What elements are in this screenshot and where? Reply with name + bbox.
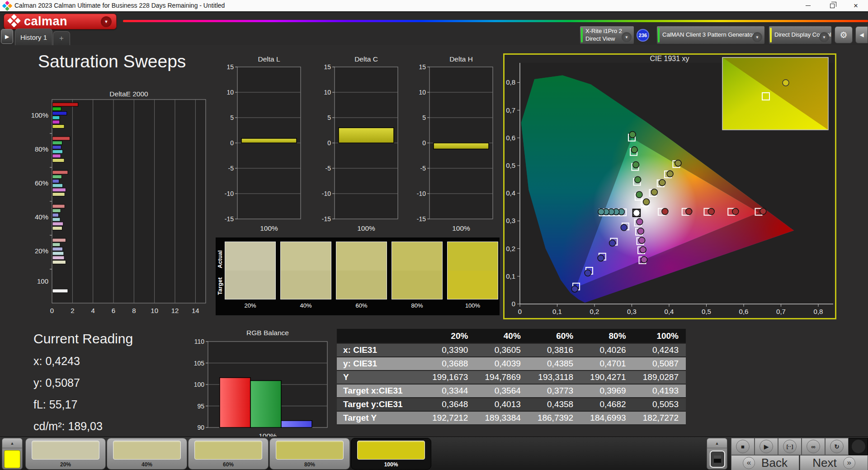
back-label: Back — [761, 456, 788, 470]
swatch-20% — [225, 242, 276, 299]
svg-text:14: 14 — [192, 307, 199, 314]
pattern-window-button[interactable]: [··] — [778, 438, 802, 455]
table-cell: 0,4039 — [475, 357, 528, 370]
svg-text:20%: 20% — [35, 247, 48, 255]
table-header-cell: 80% — [580, 329, 633, 343]
swatch-label: 20% — [225, 302, 276, 309]
swatch-label: 100% — [447, 302, 498, 309]
svg-text:-5: -5 — [326, 165, 331, 172]
cie-1931-chart: CIE 1931 xy00,10,20,30,40,50,60,70,800,1… — [505, 55, 835, 318]
pattern-panel-up-button[interactable]: ▲ — [2, 438, 22, 448]
footer-pattern-swatch — [113, 441, 181, 460]
swatch-60% — [336, 242, 387, 299]
svg-text:0,6: 0,6 — [506, 134, 515, 142]
rainbow-strip — [123, 20, 868, 22]
footer-pattern-label: 40% — [107, 461, 187, 468]
meter-dropdown[interactable]: X-Rite i1Pro 2Direct View ▼ — [580, 26, 634, 44]
table-cell: 193,3118 — [528, 370, 580, 384]
table-row: Y199,1673194,7869193,3118190,4271189,028… — [337, 370, 686, 384]
source-dropdown[interactable]: CalMAN Client 3 Pattern Generator ▼ — [656, 26, 765, 44]
stop-button[interactable]: ■ — [731, 438, 755, 455]
current-pattern-chip[interactable] — [4, 450, 20, 468]
table-row-label: y: CIE31 — [337, 357, 423, 370]
swatch-100% — [447, 242, 498, 299]
swatch-label: 60% — [336, 302, 387, 309]
table-cell: 0,3648 — [423, 398, 475, 411]
svg-text:60%: 60% — [35, 179, 48, 187]
blank-pattern-button[interactable] — [710, 451, 725, 468]
svg-text:10: 10 — [226, 89, 234, 96]
svg-text:100: 100 — [194, 381, 205, 388]
svg-text:0: 0 — [512, 300, 515, 308]
collapse-panel-button[interactable]: ◀ — [855, 26, 868, 43]
cie-inset-zoom — [722, 57, 828, 130]
svg-text:0,7: 0,7 — [776, 308, 786, 315]
svg-text:0,2: 0,2 — [506, 245, 515, 252]
minimize-button[interactable] — [797, 0, 818, 11]
source-caret-icon: ▼ — [752, 32, 762, 42]
table-cell: 199,1673 — [423, 370, 475, 384]
footer-pattern-button-80%[interactable]: 80% — [269, 438, 350, 470]
meter-caret-icon: ▼ — [622, 32, 632, 42]
footer-bar: ▲ 20%40%60%80%100% ▲ ■▶[··]∞↻ « Back Nex… — [0, 437, 868, 470]
svg-text:-15: -15 — [225, 215, 234, 223]
table-header-cell: 100% — [633, 329, 686, 343]
display-control-dropdown[interactable]: Direct Display Control ▼ — [769, 26, 832, 44]
svg-text:0: 0 — [518, 308, 522, 315]
restore-icon — [830, 4, 835, 8]
source-dropdown-label: CalMAN Client 3 Pattern Generator — [662, 31, 755, 38]
source-status-strip — [658, 28, 660, 43]
table-row: Target x:CIE310,33440,35640,37730,39690,… — [337, 384, 686, 398]
table-cell: 184,6993 — [580, 411, 633, 425]
transport-panel-up-button[interactable]: ▲ — [707, 438, 727, 448]
svg-text:0: 0 — [230, 139, 234, 147]
svg-text:2: 2 — [71, 307, 74, 314]
deltae2000-chart: DeltaE 200002468101214100%80%60%40%20%10… — [25, 90, 210, 317]
current-reading-value: fL: 55,17 — [33, 398, 133, 411]
svg-text:-10: -10 — [417, 190, 426, 197]
svg-text:15: 15 — [324, 63, 331, 71]
next-button[interactable]: Next » — [800, 455, 868, 470]
svg-text:100%: 100% — [259, 432, 277, 437]
play-button[interactable]: ▶ — [755, 438, 778, 455]
swatch-target — [336, 271, 387, 299]
svg-text:-5: -5 — [228, 165, 234, 172]
svg-text:10: 10 — [324, 89, 331, 96]
actual-target-swatch-panel: ActualTarget20%40%60%80%100% — [216, 237, 500, 315]
footer-pattern-button-40%[interactable]: 40% — [107, 438, 187, 470]
app-icon — [2, 1, 13, 11]
disabled-slot — [849, 438, 868, 455]
tab-add-button[interactable]: + — [53, 31, 70, 45]
svg-text:100: 100 — [37, 277, 48, 285]
svg-text:95: 95 — [197, 403, 204, 410]
svg-text:0,3: 0,3 — [506, 217, 515, 224]
back-button[interactable]: « Back — [731, 455, 799, 470]
svg-text:0,8: 0,8 — [814, 308, 823, 315]
table-cell: 0,3390 — [423, 343, 475, 357]
svg-text:5: 5 — [422, 114, 426, 121]
tab-history-1[interactable]: History 1 — [15, 28, 52, 45]
footer-pattern-button-100%[interactable]: 100% — [351, 438, 431, 470]
table-header-cell: 20% — [423, 329, 475, 343]
swatch-target — [225, 271, 275, 299]
table-cell: 0,3564 — [475, 384, 528, 398]
swatch-target — [281, 271, 331, 299]
close-button[interactable]: × — [845, 0, 866, 11]
calman-logo-text: calman — [24, 14, 96, 28]
restore-button[interactable] — [822, 0, 843, 11]
chevron-left-icon: ◀ — [859, 32, 863, 38]
svg-text:0,5: 0,5 — [506, 161, 515, 169]
continuous-button[interactable]: ∞ — [802, 438, 825, 455]
settings-button[interactable]: ⚙ — [835, 26, 853, 43]
refresh-button[interactable]: ↻ — [825, 438, 849, 455]
footer-pattern-button-20%[interactable]: 20% — [25, 438, 106, 470]
calman-menu-button[interactable]: calman ▼ — [4, 14, 117, 29]
tab-add-label: + — [59, 34, 64, 43]
footer-pattern-button-60%[interactable]: 60% — [188, 438, 269, 470]
meter-count-badge[interactable]: 236 — [637, 29, 649, 42]
svg-text:6: 6 — [112, 307, 115, 314]
table-cell: 0,4243 — [633, 343, 686, 357]
current-reading-value: y: 0,5087 — [33, 376, 133, 389]
next-chevrons-icon: » — [843, 457, 855, 469]
panel-expander-button[interactable]: ▶ — [1, 29, 13, 44]
